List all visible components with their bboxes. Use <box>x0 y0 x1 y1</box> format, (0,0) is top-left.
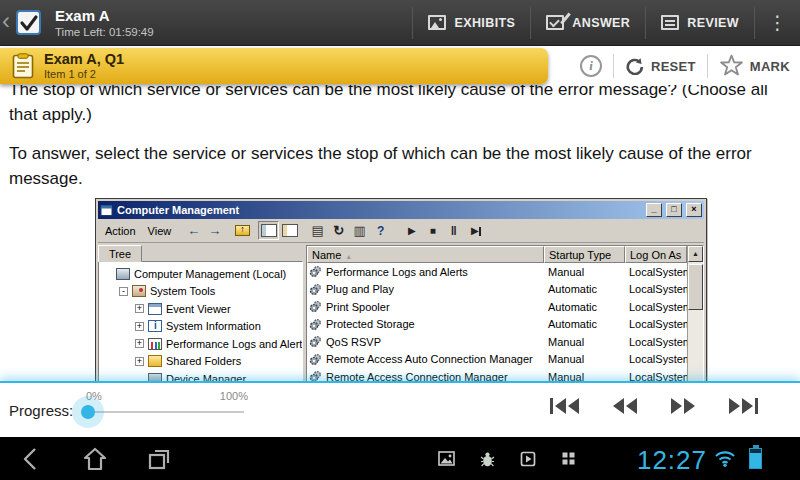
tree-expander-icon[interactable] <box>119 287 128 296</box>
tree-item[interactable]: Shared Folders <box>99 353 302 371</box>
column-name-label: Name <box>312 249 341 261</box>
scroll-up-arrow-icon[interactable]: ▲ <box>688 246 703 262</box>
control-separator <box>707 54 708 78</box>
home-button[interactable] <box>78 442 112 476</box>
service-logon: LocalSystem <box>625 353 687 365</box>
service-gear-icon <box>309 300 322 313</box>
tree-expander-icon[interactable] <box>135 304 144 313</box>
service-name: Remote Access Auto Connection Manager <box>326 353 533 365</box>
help-button[interactable] <box>370 221 391 240</box>
back-icon <box>18 446 44 472</box>
show-favorites-button[interactable] <box>279 221 300 240</box>
window-title-bar: Computer Management _ □ × <box>98 201 704 219</box>
action-answer-button[interactable]: ANSWER <box>531 0 645 45</box>
service-gear-icon <box>309 265 322 278</box>
slider-track[interactable] <box>88 411 244 413</box>
action-label: ANSWER <box>572 16 630 30</box>
last-item-button[interactable] <box>727 396 760 416</box>
media-playing-icon <box>520 451 536 467</box>
column-header-log-on-as[interactable]: Log On As <box>625 246 687 263</box>
back-button[interactable] <box>183 221 204 240</box>
tree-item-icon <box>148 338 162 350</box>
tree-item-icon <box>116 268 130 280</box>
pause-service-button[interactable] <box>443 221 464 240</box>
up-level-button[interactable] <box>232 221 253 240</box>
first-item-button[interactable] <box>548 396 581 416</box>
service-row[interactable]: Remote Access Connection Manager Manual … <box>307 368 687 381</box>
app-title-block: Exam A Time Left: 01:59:49 <box>55 7 154 39</box>
back-button[interactable] <box>14 442 48 476</box>
service-logon: LocalSystem <box>625 318 687 330</box>
action-review-button[interactable]: REVIEW <box>646 0 754 45</box>
maximize-button[interactable]: □ <box>666 203 682 217</box>
menu-view[interactable]: View <box>144 223 180 239</box>
question-banner-row: Exam A, Q1 Item 1 of 2 i RESET MARK <box>0 47 800 85</box>
progress-label: Progress: <box>9 402 73 419</box>
previous-item-button[interactable] <box>611 396 639 416</box>
export-list-button[interactable] <box>349 221 370 240</box>
question-instruction: To answer, select the service or service… <box>9 141 791 191</box>
scrollbar-thumb[interactable] <box>688 264 703 310</box>
banner-controls: i RESET MARK <box>580 48 790 84</box>
tree-item[interactable]: System Tools <box>99 283 302 301</box>
tree-item-label: Event Viewer <box>166 303 231 315</box>
service-row[interactable]: Plug and Play Automatic LocalSystem <box>307 281 687 299</box>
forward-button[interactable] <box>204 221 225 240</box>
service-logon: LocalSystem <box>625 336 687 348</box>
status-icons <box>438 437 576 480</box>
control-separator <box>613 54 614 78</box>
tree-item[interactable]: Device Manager <box>99 370 302 381</box>
slider-max-label: 100% <box>220 390 248 402</box>
refresh-button[interactable] <box>328 221 349 240</box>
next-item-icon <box>671 398 682 414</box>
column-header-startup-type[interactable]: Startup Type <box>544 246 625 263</box>
minimize-button[interactable]: _ <box>646 203 662 217</box>
service-row[interactable]: Print Spooler Automatic LocalSystem <box>307 298 687 316</box>
stop-service-button[interactable] <box>422 221 443 240</box>
tree-item[interactable]: Computer Management (Local) <box>99 265 302 283</box>
slider-thumb[interactable] <box>81 405 95 419</box>
service-row[interactable]: Protected Storage Automatic LocalSystem <box>307 316 687 334</box>
service-startup-type: Manual <box>544 353 625 365</box>
action-icon <box>428 15 446 30</box>
reset-button[interactable]: RESET <box>625 57 696 75</box>
start-service-button[interactable] <box>401 221 422 240</box>
action-exhibits-button[interactable]: EXHIBITS <box>413 0 530 45</box>
service-row[interactable]: QoS RSVP Manual LocalSystem <box>307 333 687 351</box>
tree-tab[interactable]: Tree <box>98 245 142 262</box>
recent-apps-button[interactable] <box>142 442 176 476</box>
services-list-header: Name Startup Type Log On As <box>307 246 687 263</box>
question-area: The stop of which service or services ca… <box>0 85 800 381</box>
service-startup-type: Automatic <box>544 301 625 313</box>
service-name: Plug and Play <box>326 283 394 295</box>
up-chevron-icon: ‹ <box>2 11 10 35</box>
column-header-name[interactable]: Name <box>307 246 544 263</box>
show-tree-button[interactable] <box>258 221 279 240</box>
next-item-button[interactable] <box>669 396 697 416</box>
properties-button[interactable] <box>307 221 328 240</box>
sort-asc-icon <box>345 249 352 261</box>
question-sheet-icon <box>12 53 34 80</box>
tree-item[interactable]: Performance Logs and Alerts <box>99 335 302 353</box>
android-system-bar: 12:27 <box>0 437 800 480</box>
restart-service-button[interactable] <box>464 221 485 240</box>
tree-item[interactable]: System Information <box>99 318 302 336</box>
tree-expander-icon[interactable] <box>135 339 144 348</box>
exam-app-screen: ‹ Exam A Time Left: 01:59:49 EXHIBITS <box>0 0 800 480</box>
progress-slider[interactable]: 0% 100% <box>78 387 250 433</box>
tree-expander-icon[interactable] <box>135 322 144 331</box>
overflow-menu-button[interactable]: ⋮ <box>755 0 800 45</box>
navigate-up-button[interactable]: ‹ <box>0 0 55 45</box>
banner-text-block: Exam A, Q1 Item 1 of 2 <box>44 51 124 81</box>
vertical-scrollbar[interactable]: ▲ <box>687 246 703 381</box>
close-button[interactable]: × <box>686 203 702 217</box>
banner-item-count: Item 1 of 2 <box>44 68 124 81</box>
tree-expander-icon[interactable] <box>135 357 144 366</box>
info-button[interactable]: i <box>580 55 602 77</box>
service-row[interactable]: Performance Logs and Alerts Manual Local… <box>307 263 687 281</box>
mark-button[interactable]: MARK <box>719 54 790 78</box>
tree-item-label: System Information <box>166 320 261 332</box>
tree-item[interactable]: Event Viewer <box>99 300 302 318</box>
service-row[interactable]: Remote Access Auto Connection Manager Ma… <box>307 351 687 369</box>
menu-action[interactable]: Action <box>101 223 144 239</box>
